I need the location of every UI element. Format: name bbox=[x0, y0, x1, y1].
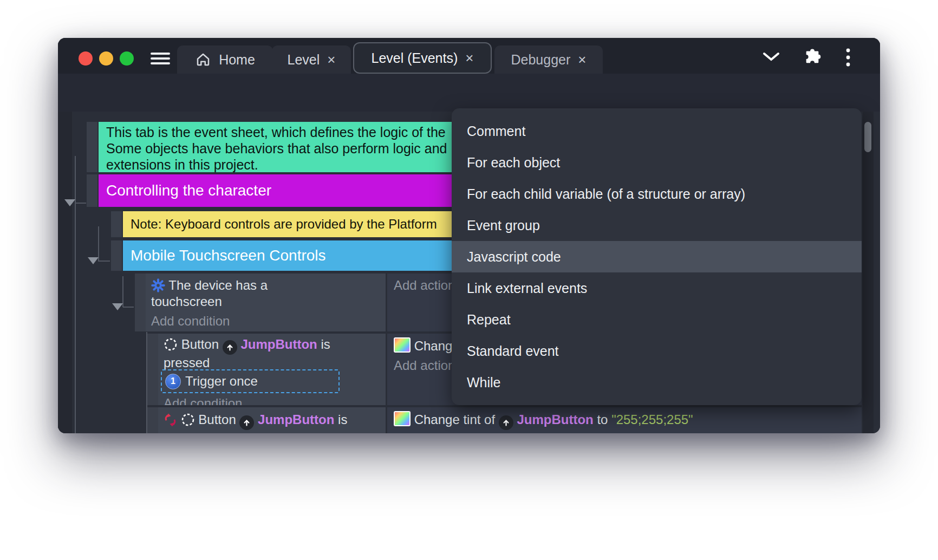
tree-line bbox=[122, 276, 123, 307]
event-margin[interactable] bbox=[147, 334, 158, 405]
hamburger-icon[interactable] bbox=[151, 53, 170, 64]
invert-icon bbox=[164, 413, 177, 427]
app-window: Home Level × Level (Events) × Debugger × bbox=[58, 38, 880, 433]
group-title: Mobile Touchscreen Controls bbox=[131, 247, 326, 264]
tab-label: Level bbox=[288, 52, 320, 68]
home-icon bbox=[195, 51, 211, 68]
sheet-left-gutter bbox=[58, 112, 72, 433]
object-name: Button bbox=[181, 337, 219, 351]
menu-item-comment[interactable]: Comment bbox=[452, 115, 862, 147]
tab-level[interactable]: Level × bbox=[272, 45, 351, 74]
collapse-arrow-icon[interactable] bbox=[112, 303, 123, 310]
event-margin[interactable] bbox=[147, 407, 158, 433]
condition-cell-jumpbutton-pressed[interactable]: Button JumpButton is pressed 1 Trigger o… bbox=[158, 334, 386, 405]
toolbar: Preview Publish bbox=[58, 74, 880, 112]
tint-icon bbox=[394, 337, 411, 353]
tree-line bbox=[98, 226, 99, 262]
selected-condition-trigger-once[interactable]: 1 Trigger once bbox=[161, 369, 340, 393]
add-event-context-menu: Comment For each object For each child v… bbox=[452, 108, 862, 405]
scrollbar-thumb[interactable] bbox=[864, 122, 871, 152]
jumpbutton-sprite-icon bbox=[239, 415, 254, 430]
menu-item-standard-event[interactable]: Standard event bbox=[452, 335, 862, 367]
puzzle-icon[interactable] bbox=[803, 48, 822, 66]
note-text: Note: Keyboard controls are provided by … bbox=[131, 217, 437, 232]
tree-line bbox=[75, 203, 86, 204]
tree-line bbox=[75, 156, 76, 433]
action-text: to bbox=[597, 412, 608, 427]
tint-icon bbox=[394, 411, 411, 426]
scrollbar-track[interactable] bbox=[863, 112, 874, 433]
zoom-window-button[interactable] bbox=[120, 51, 134, 66]
trigger-once-icon: 1 bbox=[165, 374, 181, 389]
event-margin[interactable] bbox=[135, 274, 146, 331]
menu-item-while[interactable]: While bbox=[452, 367, 862, 398]
action-area[interactable]: Change tint of JumpButton to "255;255;25… bbox=[387, 407, 862, 433]
object-name: Button bbox=[198, 412, 236, 427]
add-condition-link[interactable]: Add condition bbox=[164, 395, 242, 405]
menu-item-event-group[interactable]: Event group bbox=[452, 210, 862, 241]
group-title: Controlling the character bbox=[106, 182, 271, 199]
instance-name: JumpButton bbox=[258, 412, 334, 427]
minimize-window-button[interactable] bbox=[99, 51, 113, 66]
tab-label: Debugger bbox=[511, 52, 571, 68]
condition-cell-jumpbutton-pressed-inverted[interactable]: Button JumpButton is pressed bbox=[158, 407, 386, 433]
menu-item-for-each-child-variable[interactable]: For each child variable (of a structure … bbox=[452, 178, 862, 210]
collapse-arrow-icon[interactable] bbox=[64, 199, 75, 206]
add-condition-link[interactable]: Add condition bbox=[151, 313, 380, 329]
close-tab-icon[interactable]: × bbox=[578, 53, 586, 67]
action-instance-name: JumpButton bbox=[517, 412, 593, 427]
condition-text: touchscreen bbox=[151, 294, 222, 309]
condition-cell-device-touchscreen[interactable]: The device has a touchscreen Add conditi… bbox=[146, 274, 386, 331]
add-action-link[interactable]: Add action bbox=[394, 430, 855, 433]
condition-text: The device has a bbox=[168, 278, 268, 292]
instance-name: JumpButton bbox=[240, 337, 317, 351]
screenshot-stage: Home Level × Level (Events) × Debugger × bbox=[0, 0, 938, 560]
event-margin[interactable] bbox=[111, 240, 122, 271]
tab-home[interactable]: Home bbox=[177, 45, 273, 74]
event-margin[interactable] bbox=[87, 122, 97, 172]
tree-line bbox=[123, 307, 134, 308]
button-object-icon bbox=[181, 413, 195, 427]
kebab-menu-icon[interactable] bbox=[846, 48, 850, 67]
tab-bar: Home Level × Level (Events) × Debugger × bbox=[58, 38, 880, 74]
close-tab-icon[interactable]: × bbox=[465, 51, 473, 65]
jumpbutton-sprite-icon bbox=[223, 340, 237, 355]
close-window-button[interactable] bbox=[79, 51, 93, 66]
tab-label: Home bbox=[219, 52, 255, 68]
tab-level-events[interactable]: Level (Events) × bbox=[353, 42, 492, 74]
add-action-link[interactable]: Add action bbox=[394, 278, 455, 292]
tab-debugger[interactable]: Debugger × bbox=[494, 45, 603, 74]
jumpbutton-sprite-icon bbox=[499, 415, 513, 430]
menu-item-link-external-events[interactable]: Link external events bbox=[452, 272, 862, 304]
close-tab-icon[interactable]: × bbox=[327, 53, 335, 67]
menu-item-for-each-object[interactable]: For each object bbox=[452, 147, 862, 178]
event-margin[interactable] bbox=[87, 174, 97, 207]
chevron-down-icon[interactable] bbox=[763, 52, 780, 62]
gear-icon bbox=[151, 278, 165, 292]
tree-line bbox=[99, 261, 110, 262]
action-value: "255;255;255" bbox=[611, 412, 693, 427]
condition-text: Trigger once bbox=[185, 373, 258, 389]
button-object-icon bbox=[164, 337, 178, 351]
menu-item-repeat[interactable]: Repeat bbox=[452, 304, 862, 335]
collapse-arrow-icon[interactable] bbox=[88, 257, 99, 264]
action-text: Change tint of bbox=[414, 412, 495, 427]
tab-label: Level (Events) bbox=[372, 50, 458, 66]
event-margin[interactable] bbox=[111, 211, 122, 237]
menu-item-javascript-code[interactable]: Javascript code bbox=[452, 241, 862, 272]
